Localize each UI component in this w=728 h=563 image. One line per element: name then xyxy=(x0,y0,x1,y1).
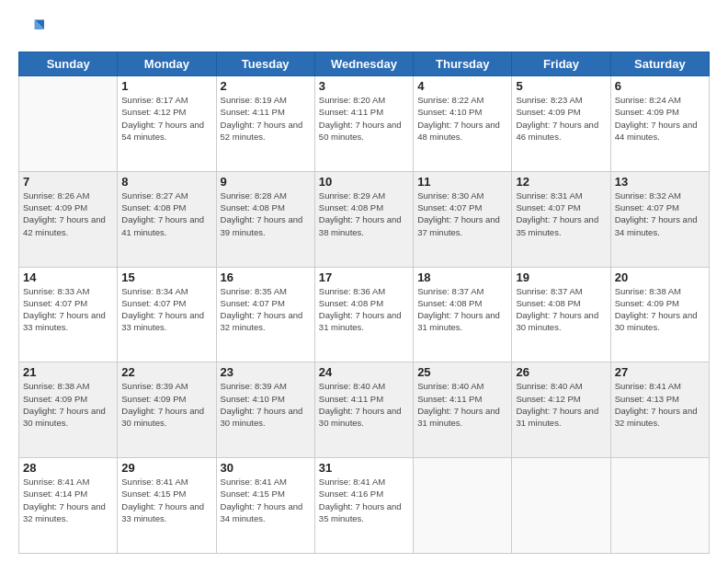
day-info: Sunrise: 8:27 AMSunset: 4:08 PMDaylight:… xyxy=(121,190,211,238)
day-number: 22 xyxy=(121,365,211,379)
day-info: Sunrise: 8:38 AMSunset: 4:09 PMDaylight:… xyxy=(23,380,113,429)
day-number: 5 xyxy=(516,79,606,93)
calendar-cell: 23Sunrise: 8:39 AMSunset: 4:10 PMDayligh… xyxy=(216,362,314,458)
day-header-wednesday: Wednesday xyxy=(314,52,413,76)
calendar-cell: 10Sunrise: 8:29 AMSunset: 4:08 PMDayligh… xyxy=(314,171,413,267)
calendar-cell: 6Sunrise: 8:24 AMSunset: 4:09 PMDaylight… xyxy=(610,76,709,172)
day-number: 24 xyxy=(319,365,409,379)
day-number: 26 xyxy=(516,365,606,379)
calendar-cell: 8Sunrise: 8:27 AMSunset: 4:08 PMDaylight… xyxy=(118,171,216,267)
day-info: Sunrise: 8:39 AMSunset: 4:10 PMDaylight:… xyxy=(221,380,311,429)
day-info: Sunrise: 8:30 AMSunset: 4:07 PMDaylight:… xyxy=(417,190,507,238)
day-info: Sunrise: 8:19 AMSunset: 4:11 PMDaylight:… xyxy=(221,94,311,143)
day-info: Sunrise: 8:37 AMSunset: 4:08 PMDaylight:… xyxy=(516,285,606,334)
day-number: 20 xyxy=(615,270,705,284)
day-header-sunday: Sunday xyxy=(19,52,118,76)
calendar-cell: 7Sunrise: 8:26 AMSunset: 4:09 PMDaylight… xyxy=(19,171,118,267)
day-info: Sunrise: 8:38 AMSunset: 4:09 PMDaylight:… xyxy=(615,285,705,334)
day-info: Sunrise: 8:31 AMSunset: 4:07 PMDaylight:… xyxy=(516,190,606,238)
day-header-monday: Monday xyxy=(118,52,216,76)
day-number: 18 xyxy=(417,270,507,284)
calendar-cell: 2Sunrise: 8:19 AMSunset: 4:11 PMDaylight… xyxy=(216,76,314,172)
calendar-cell: 24Sunrise: 8:40 AMSunset: 4:11 PMDayligh… xyxy=(314,362,413,458)
calendar-cell: 28Sunrise: 8:41 AMSunset: 4:14 PMDayligh… xyxy=(19,458,118,554)
calendar-cell: 31Sunrise: 8:41 AMSunset: 4:16 PMDayligh… xyxy=(314,458,413,554)
calendar-cell: 22Sunrise: 8:39 AMSunset: 4:09 PMDayligh… xyxy=(118,362,216,458)
day-info: Sunrise: 8:40 AMSunset: 4:11 PMDaylight:… xyxy=(319,380,409,429)
day-info: Sunrise: 8:33 AMSunset: 4:07 PMDaylight:… xyxy=(23,285,113,334)
day-number: 15 xyxy=(121,270,211,284)
day-number: 27 xyxy=(615,365,705,379)
day-number: 31 xyxy=(319,461,409,475)
day-number: 10 xyxy=(319,175,409,189)
calendar-cell: 12Sunrise: 8:31 AMSunset: 4:07 PMDayligh… xyxy=(512,171,610,267)
calendar-cell xyxy=(19,76,118,172)
calendar-week-row: 21Sunrise: 8:38 AMSunset: 4:09 PMDayligh… xyxy=(19,362,710,458)
calendar-week-row: 28Sunrise: 8:41 AMSunset: 4:14 PMDayligh… xyxy=(19,458,710,554)
calendar-cell: 15Sunrise: 8:34 AMSunset: 4:07 PMDayligh… xyxy=(118,267,216,362)
logo xyxy=(18,17,48,42)
day-info: Sunrise: 8:41 AMSunset: 4:13 PMDaylight:… xyxy=(615,380,705,429)
day-number: 4 xyxy=(417,79,507,93)
day-info: Sunrise: 8:36 AMSunset: 4:08 PMDaylight:… xyxy=(319,285,409,334)
calendar-cell: 4Sunrise: 8:22 AMSunset: 4:10 PMDaylight… xyxy=(414,76,512,172)
calendar-cell: 3Sunrise: 8:20 AMSunset: 4:11 PMDaylight… xyxy=(314,76,413,172)
calendar-cell: 16Sunrise: 8:35 AMSunset: 4:07 PMDayligh… xyxy=(216,267,314,362)
calendar-cell: 25Sunrise: 8:40 AMSunset: 4:11 PMDayligh… xyxy=(414,362,512,458)
calendar-cell: 13Sunrise: 8:32 AMSunset: 4:07 PMDayligh… xyxy=(610,171,709,267)
day-info: Sunrise: 8:34 AMSunset: 4:07 PMDaylight:… xyxy=(121,285,211,334)
calendar-cell: 17Sunrise: 8:36 AMSunset: 4:08 PMDayligh… xyxy=(314,267,413,362)
day-info: Sunrise: 8:32 AMSunset: 4:07 PMDaylight:… xyxy=(615,190,705,238)
calendar-week-row: 14Sunrise: 8:33 AMSunset: 4:07 PMDayligh… xyxy=(19,267,710,362)
day-number: 30 xyxy=(221,461,311,475)
calendar-cell: 20Sunrise: 8:38 AMSunset: 4:09 PMDayligh… xyxy=(610,267,709,362)
day-number: 23 xyxy=(221,365,311,379)
calendar-cell xyxy=(512,458,610,554)
calendar-cell: 14Sunrise: 8:33 AMSunset: 4:07 PMDayligh… xyxy=(19,267,118,362)
day-number: 7 xyxy=(23,175,113,189)
day-number: 2 xyxy=(221,79,311,93)
day-info: Sunrise: 8:23 AMSunset: 4:09 PMDaylight:… xyxy=(516,94,606,143)
day-info: Sunrise: 8:26 AMSunset: 4:09 PMDaylight:… xyxy=(23,190,113,238)
calendar-table: SundayMondayTuesdayWednesdayThursdayFrid… xyxy=(18,52,710,554)
day-number: 12 xyxy=(516,175,606,189)
header xyxy=(18,17,710,42)
page: SundayMondayTuesdayWednesdayThursdayFrid… xyxy=(0,0,728,563)
day-number: 8 xyxy=(121,175,211,189)
calendar-cell: 27Sunrise: 8:41 AMSunset: 4:13 PMDayligh… xyxy=(610,362,709,458)
day-info: Sunrise: 8:24 AMSunset: 4:09 PMDaylight:… xyxy=(615,94,705,143)
day-number: 29 xyxy=(121,461,211,475)
day-number: 19 xyxy=(516,270,606,284)
calendar-cell: 1Sunrise: 8:17 AMSunset: 4:12 PMDaylight… xyxy=(118,76,216,172)
day-info: Sunrise: 8:41 AMSunset: 4:14 PMDaylight:… xyxy=(23,476,113,524)
calendar-cell: 30Sunrise: 8:41 AMSunset: 4:15 PMDayligh… xyxy=(216,458,314,554)
day-number: 11 xyxy=(417,175,507,189)
day-number: 1 xyxy=(121,79,211,93)
day-number: 14 xyxy=(23,270,113,284)
day-header-saturday: Saturday xyxy=(610,52,709,76)
day-info: Sunrise: 8:41 AMSunset: 4:16 PMDaylight:… xyxy=(319,476,409,524)
day-number: 6 xyxy=(615,79,705,93)
calendar-cell: 5Sunrise: 8:23 AMSunset: 4:09 PMDaylight… xyxy=(512,76,610,172)
calendar-cell: 26Sunrise: 8:40 AMSunset: 4:12 PMDayligh… xyxy=(512,362,610,458)
calendar-cell xyxy=(414,458,512,554)
day-number: 13 xyxy=(615,175,705,189)
calendar-week-row: 1Sunrise: 8:17 AMSunset: 4:12 PMDaylight… xyxy=(19,76,710,172)
day-info: Sunrise: 8:17 AMSunset: 4:12 PMDaylight:… xyxy=(121,94,211,143)
logo-icon xyxy=(18,17,44,42)
day-number: 17 xyxy=(319,270,409,284)
day-number: 25 xyxy=(417,365,507,379)
day-number: 21 xyxy=(23,365,113,379)
day-header-friday: Friday xyxy=(512,52,610,76)
day-info: Sunrise: 8:41 AMSunset: 4:15 PMDaylight:… xyxy=(121,476,211,524)
day-header-tuesday: Tuesday xyxy=(216,52,314,76)
day-info: Sunrise: 8:22 AMSunset: 4:10 PMDaylight:… xyxy=(417,94,507,143)
day-info: Sunrise: 8:41 AMSunset: 4:15 PMDaylight:… xyxy=(221,476,311,524)
day-info: Sunrise: 8:39 AMSunset: 4:09 PMDaylight:… xyxy=(121,380,211,429)
day-header-thursday: Thursday xyxy=(414,52,512,76)
day-number: 28 xyxy=(23,461,113,475)
day-info: Sunrise: 8:29 AMSunset: 4:08 PMDaylight:… xyxy=(319,190,409,238)
day-number: 16 xyxy=(221,270,311,284)
calendar-cell: 9Sunrise: 8:28 AMSunset: 4:08 PMDaylight… xyxy=(216,171,314,267)
day-number: 9 xyxy=(221,175,311,189)
